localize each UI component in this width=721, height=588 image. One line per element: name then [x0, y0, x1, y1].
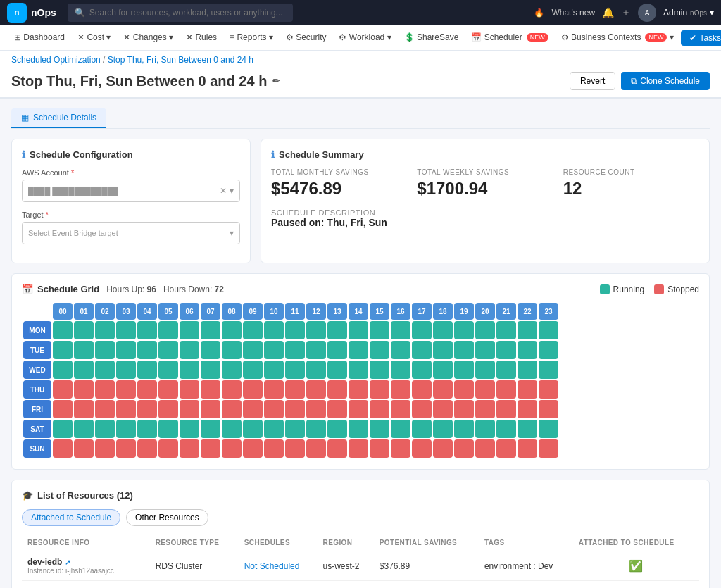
cell-mon-4[interactable]: [137, 321, 157, 339]
menu-security[interactable]: ⚙ Security: [280, 25, 332, 51]
cell-wed-1[interactable]: [74, 361, 94, 379]
search-bar[interactable]: 🔍: [68, 4, 293, 22]
cell-wed-12[interactable]: [306, 361, 326, 379]
cell-tue-17[interactable]: [412, 341, 432, 359]
cell-wed-15[interactable]: [370, 361, 389, 379]
cell-wed-14[interactable]: [349, 361, 368, 379]
cell-sat-2[interactable]: [95, 420, 115, 438]
menu-business-contexts[interactable]: ⚙ Business Contexts NEW ▾: [556, 25, 680, 51]
cell-mon-5[interactable]: [158, 321, 178, 339]
tab-other[interactable]: Other Resources: [126, 509, 208, 526]
cell-thu-7[interactable]: [201, 380, 220, 399]
cell-wed-7[interactable]: [201, 361, 220, 379]
cell-sun-9[interactable]: [243, 439, 263, 458]
cell-sun-11[interactable]: [285, 439, 305, 458]
cell-thu-14[interactable]: [349, 380, 368, 399]
cell-mon-9[interactable]: [243, 321, 263, 339]
cell-fri-2[interactable]: [95, 400, 115, 418]
cell-tue-22[interactable]: [518, 341, 537, 359]
cell-fri-18[interactable]: [433, 400, 453, 418]
cell-sun-5[interactable]: [158, 439, 178, 458]
cell-fri-4[interactable]: [137, 400, 157, 418]
cell-sun-13[interactable]: [327, 439, 347, 458]
cell-mon-23[interactable]: [539, 321, 558, 339]
cell-mon-22[interactable]: [518, 321, 537, 339]
cell-thu-23[interactable]: [539, 380, 558, 399]
cell-sun-12[interactable]: [306, 439, 326, 458]
cell-sat-19[interactable]: [454, 420, 474, 438]
cell-sat-10[interactable]: [264, 420, 284, 438]
cell-thu-8[interactable]: [222, 380, 242, 399]
cell-sat-1[interactable]: [74, 420, 94, 438]
cell-wed-13[interactable]: [327, 361, 347, 379]
cell-tue-12[interactable]: [306, 341, 326, 359]
cell-sat-12[interactable]: [306, 420, 326, 438]
res-schedule-1[interactable]: Not Scheduled: [239, 581, 318, 589]
cell-tue-16[interactable]: [391, 341, 410, 359]
cell-thu-21[interactable]: [496, 380, 516, 399]
revert-button[interactable]: Revert: [570, 72, 615, 90]
cell-sun-8[interactable]: [222, 439, 242, 458]
cell-wed-2[interactable]: [95, 361, 115, 379]
cell-sun-22[interactable]: [518, 439, 537, 458]
cell-tue-2[interactable]: [95, 341, 115, 359]
cell-mon-17[interactable]: [412, 321, 432, 339]
cell-sat-11[interactable]: [285, 420, 305, 438]
menu-sharesave[interactable]: 💲 ShareSave: [399, 25, 465, 51]
cell-fri-10[interactable]: [264, 400, 284, 418]
cell-sat-18[interactable]: [433, 420, 453, 438]
cell-tue-13[interactable]: [327, 341, 347, 359]
cell-fri-20[interactable]: [475, 400, 495, 418]
cell-thu-18[interactable]: [433, 380, 453, 399]
cell-fri-12[interactable]: [306, 400, 326, 418]
admin-button[interactable]: Admin nOps ▾: [663, 8, 714, 18]
cell-mon-1[interactable]: [74, 321, 94, 339]
cell-thu-11[interactable]: [285, 380, 305, 399]
cell-mon-3[interactable]: [116, 321, 136, 339]
cell-sat-22[interactable]: [518, 420, 537, 438]
cell-fri-15[interactable]: [370, 400, 389, 418]
cell-sun-14[interactable]: [349, 439, 368, 458]
menu-dashboard[interactable]: ⊞ Dashboard: [8, 25, 70, 51]
cell-sat-14[interactable]: [349, 420, 368, 438]
cell-sun-10[interactable]: [264, 439, 284, 458]
cell-tue-19[interactable]: [454, 341, 474, 359]
cell-fri-16[interactable]: [391, 400, 410, 418]
cell-sun-3[interactable]: [116, 439, 136, 458]
cell-sat-3[interactable]: [116, 420, 136, 438]
external-link-icon[interactable]: ↗: [65, 558, 70, 566]
cell-wed-16[interactable]: [391, 361, 410, 379]
cell-mon-16[interactable]: [391, 321, 410, 339]
cell-thu-5[interactable]: [158, 380, 178, 399]
cell-thu-9[interactable]: [243, 380, 263, 399]
plus-icon[interactable]: ＋: [621, 6, 631, 19]
cell-wed-4[interactable]: [137, 361, 157, 379]
cell-tue-3[interactable]: [116, 341, 136, 359]
cell-wed-8[interactable]: [222, 361, 242, 379]
cell-mon-18[interactable]: [433, 321, 453, 339]
tab-schedule-details[interactable]: ▦ Schedule Details: [11, 108, 106, 128]
cell-wed-5[interactable]: [158, 361, 178, 379]
cell-sat-13[interactable]: [327, 420, 347, 438]
cell-tue-11[interactable]: [285, 341, 305, 359]
cell-fri-1[interactable]: [74, 400, 94, 418]
cell-mon-10[interactable]: [264, 321, 284, 339]
cell-fri-9[interactable]: [243, 400, 263, 418]
cell-fri-7[interactable]: [201, 400, 220, 418]
breadcrumb-parent[interactable]: Scheduled Optimization: [11, 55, 101, 65]
cell-thu-17[interactable]: [412, 380, 432, 399]
cell-sun-15[interactable]: [370, 439, 389, 458]
cell-tue-1[interactable]: [74, 341, 94, 359]
cell-tue-20[interactable]: [475, 341, 495, 359]
cell-thu-0[interactable]: [53, 380, 73, 399]
cell-tue-7[interactable]: [201, 341, 220, 359]
cell-sun-20[interactable]: [475, 439, 495, 458]
cell-wed-20[interactable]: [475, 361, 495, 379]
menu-reports[interactable]: ≡ Reports ▾: [224, 25, 279, 51]
cell-mon-6[interactable]: [180, 321, 199, 339]
cell-sun-19[interactable]: [454, 439, 474, 458]
tasks-button[interactable]: ✔ Tasks ▾: [681, 30, 721, 46]
cell-wed-11[interactable]: [285, 361, 305, 379]
cell-mon-7[interactable]: [201, 321, 220, 339]
cell-thu-19[interactable]: [454, 380, 474, 399]
